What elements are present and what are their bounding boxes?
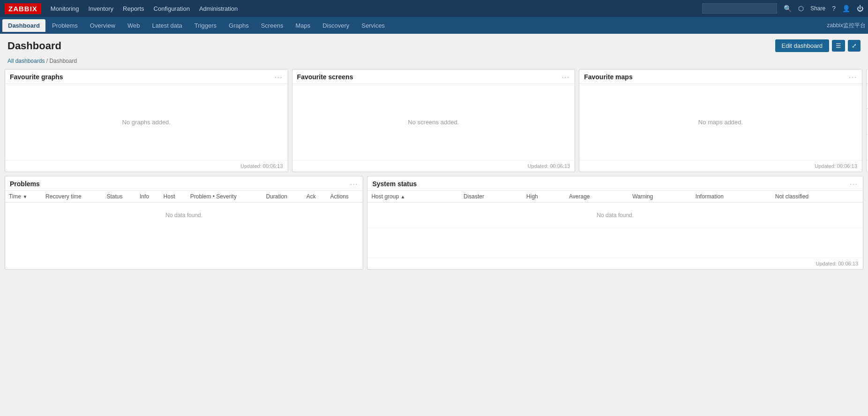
dashboard-fullscreen-button[interactable]: ⤢ <box>848 40 861 52</box>
nav-monitoring[interactable]: Monitoring <box>51 5 79 12</box>
widget-problems: Problems ··· Time ▼ Recovery time Status… <box>5 176 363 270</box>
system-status-menu-button[interactable]: ··· <box>850 181 858 187</box>
system-status-footer: Updated: 00:06:13 <box>367 257 863 269</box>
system-status-col-not-classified: Not classified <box>771 191 863 203</box>
favourite-graphs-title: Favourite graphs <box>10 73 63 81</box>
subnav-problems[interactable]: Problems <box>46 19 83 32</box>
system-status-table: Host group ▲ Disaster High Average Warni… <box>367 191 863 228</box>
subnav-latest-data[interactable]: Latest data <box>147 19 188 32</box>
system-status-col-group[interactable]: Host group ▲ <box>367 191 460 203</box>
favourite-maps-no-data: No maps added. <box>689 109 752 135</box>
problems-col-duration: Duration <box>262 191 302 203</box>
problems-col-problem-severity: Problem • Severity <box>187 191 262 203</box>
favourite-screens-body: No screens added. <box>292 84 575 160</box>
favourite-maps-footer: Updated: 00:06:13 <box>579 160 862 172</box>
dashboard-list-button[interactable]: ☰ <box>832 40 845 52</box>
subnav-graphs[interactable]: Graphs <box>223 19 254 32</box>
problems-title: Problems <box>10 180 40 188</box>
dashboard-row-2: Problems ··· Time ▼ Recovery time Status… <box>5 176 863 270</box>
system-status-no-data: No data found. <box>367 203 863 228</box>
favourite-graphs-body: No graphs added. <box>5 84 288 160</box>
user-context-label: zabbix监控平台 <box>827 22 866 30</box>
problems-col-status: Status <box>103 191 135 203</box>
widget-favourite-maps-header: Favourite maps ··· <box>579 69 862 84</box>
widget-favourite-screens-header: Favourite screens ··· <box>292 69 575 84</box>
problems-col-time[interactable]: Time ▼ <box>5 191 42 203</box>
nav-reports[interactable]: Reports <box>123 5 144 12</box>
page-header-actions: Edit dashboard ☰ ⤢ <box>775 39 861 52</box>
logo[interactable]: ZABBIX <box>5 3 41 14</box>
help-icon[interactable]: ? <box>832 5 836 12</box>
system-status-body: Host group ▲ Disaster High Average Warni… <box>367 191 863 257</box>
widget-system-status-header: System status ··· <box>367 176 863 191</box>
favourite-maps-title: Favourite maps <box>584 73 632 81</box>
widget-problems-header: Problems ··· <box>5 176 363 191</box>
subnav-triggers[interactable]: Triggers <box>189 19 222 32</box>
subnav-web[interactable]: Web <box>122 19 146 32</box>
breadcrumb-all-dashboards[interactable]: All dashboards <box>7 58 45 64</box>
dashboard-row-1: Favourite graphs ··· No graphs added. Up… <box>5 69 863 172</box>
system-status-col-warning: Warning <box>629 191 692 203</box>
system-status-col-average: Average <box>565 191 629 203</box>
favourite-maps-body: No maps added. <box>579 84 862 160</box>
widget-favourite-maps: Favourite maps ··· No maps added. Update… <box>579 69 862 172</box>
subnav-screens[interactable]: Screens <box>255 19 289 32</box>
favourite-graphs-menu-button[interactable]: ··· <box>275 74 283 80</box>
system-status-col-high: High <box>523 191 565 203</box>
search-input[interactable] <box>702 3 777 14</box>
favourite-graphs-footer: Updated: 00:06:13 <box>5 160 288 172</box>
share-icon[interactable]: ⬡ <box>798 5 804 12</box>
widget-favourite-screens: Favourite screens ··· No screens added. … <box>292 69 576 172</box>
search-icon[interactable]: 🔍 <box>784 5 792 12</box>
user-icon[interactable]: 👤 <box>842 5 850 12</box>
problems-body: Time ▼ Recovery time Status Info Host Pr… <box>5 191 363 269</box>
dashboard-content: Favourite graphs ··· No graphs added. Up… <box>0 69 868 274</box>
page-title: Dashboard <box>7 40 61 52</box>
top-nav: ZABBIX Monitoring Inventory Reports Conf… <box>0 0 868 17</box>
breadcrumb: All dashboards / Dashboard <box>0 56 868 69</box>
favourite-screens-menu-button[interactable]: ··· <box>562 74 570 80</box>
problems-no-data-row: No data found. <box>5 203 363 228</box>
problems-col-ack: Ack <box>303 191 327 203</box>
favourite-screens-title: Favourite screens <box>297 73 353 81</box>
problems-menu-button[interactable]: ··· <box>350 181 359 187</box>
edit-dashboard-button[interactable]: Edit dashboard <box>775 39 829 52</box>
subnav-discovery[interactable]: Discovery <box>317 19 355 32</box>
problems-table: Time ▼ Recovery time Status Info Host Pr… <box>5 191 363 228</box>
nav-administration[interactable]: Administration <box>199 5 238 12</box>
subnav-services[interactable]: Services <box>356 19 390 32</box>
favourite-screens-no-data: No screens added. <box>398 109 468 135</box>
top-nav-right: 🔍 ⬡ Share ? 👤 ⏻ <box>702 3 863 14</box>
favourite-graphs-no-data: No graphs added. <box>113 109 180 135</box>
favourite-screens-footer: Updated: 00:06:13 <box>292 160 575 172</box>
system-status-title: System status <box>372 180 417 188</box>
system-status-col-information: Information <box>692 191 771 203</box>
widget-favourite-graphs: Favourite graphs ··· No graphs added. Up… <box>5 69 288 172</box>
sub-nav: Dashboard Problems Overview Web Latest d… <box>0 17 868 34</box>
breadcrumb-current: Dashboard <box>49 58 77 64</box>
problems-col-actions: Actions <box>326 191 363 203</box>
time-sort-arrow-icon: ▼ <box>23 194 28 199</box>
power-icon[interactable]: ⏻ <box>857 5 863 12</box>
subnav-maps[interactable]: Maps <box>290 19 316 32</box>
subnav-dashboard[interactable]: Dashboard <box>2 19 45 32</box>
problems-col-host: Host <box>160 191 187 203</box>
system-sort-arrow-icon: ▲ <box>400 194 405 199</box>
nav-inventory[interactable]: Inventory <box>89 5 113 12</box>
widget-favourite-graphs-header: Favourite graphs ··· <box>5 69 288 84</box>
page-header: Dashboard Edit dashboard ☰ ⤢ <box>0 34 868 56</box>
system-status-col-disaster: Disaster <box>460 191 523 203</box>
favourite-maps-menu-button[interactable]: ··· <box>849 74 857 80</box>
problems-no-data: No data found. <box>5 203 363 228</box>
share-label[interactable]: Share <box>810 5 825 12</box>
system-status-no-data-row: No data found. <box>367 203 863 228</box>
problems-col-info: Info <box>136 191 160 203</box>
problems-col-recovery-time: Recovery time <box>42 191 103 203</box>
widget-host-status: Host status ··· Host group ▲ Without pro… <box>866 69 868 172</box>
subnav-overview[interactable]: Overview <box>84 19 121 32</box>
widget-system-status: System status ··· Host group ▲ Disaster … <box>367 176 863 270</box>
nav-configuration[interactable]: Configuration <box>154 5 190 12</box>
